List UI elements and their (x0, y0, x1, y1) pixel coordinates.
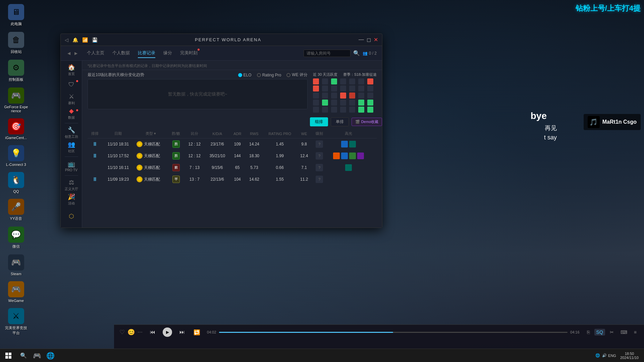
heatmap-cell-4-3 (340, 107, 346, 113)
desktop-icon-wechat[interactable]: 💬 微信 (3, 225, 30, 250)
desktop-icon-this-pc[interactable]: 🖥 此电脑 (3, 3, 30, 28)
title-left-icons: ◁ 🔔 📶 💾 (65, 37, 98, 43)
sidebar-item-justice[interactable]: ⚖ 正义大厅 (62, 178, 81, 192)
sidebar-item-match[interactable]: ⚔ 赛利 (62, 93, 81, 106)
sidebar-item-protv[interactable]: 📺 PRO TV (62, 160, 81, 173)
radio-elo[interactable]: ELO (238, 73, 252, 77)
nav-back[interactable]: ◀ (66, 50, 72, 56)
heatmap-cell-2-3 (340, 93, 346, 99)
media-loop-btn[interactable]: 🔁 (192, 327, 202, 337)
back-icon[interactable]: ◁ (65, 37, 68, 43)
media-emoji-icon[interactable]: 😊 (127, 328, 135, 336)
tiktok-badge: 🎵 MaRt1n Csgo (584, 114, 641, 133)
activity-title: 近 30 天活跃度 (313, 72, 337, 77)
save-icon[interactable]: 💾 (92, 37, 98, 43)
media-like-icon[interactable]: ♡ (119, 328, 125, 336)
activity-heatmap: 近 30 天活跃度 赛季：S18-加塞征途 (313, 72, 377, 113)
cell-highlight-2 (327, 150, 371, 162)
media-next-btn[interactable]: ⏭ (177, 327, 187, 337)
tab-records[interactable]: 比赛记录 (138, 49, 155, 58)
network-icon[interactable]: 🌐 (595, 353, 600, 358)
cell-level-2: ? (312, 150, 327, 162)
room-search-input[interactable] (304, 50, 351, 57)
taskbar-browser[interactable]: 🌐 (44, 349, 57, 362)
desktop-icon-recycle-bin[interactable]: 🗑 回收站 (3, 31, 30, 56)
sidebar-item-workshop[interactable]: 🔧 创意工坊 (62, 126, 81, 139)
heatmap-cell-0-2 (331, 78, 337, 84)
desktop-icon-yy[interactable]: 🎤 YY语音 (3, 197, 30, 223)
sidebar-item-shield[interactable]: 🛡 (62, 78, 81, 92)
notification-icon[interactable]: 🔔 (72, 37, 78, 43)
tab-rank[interactable]: 缘分 (163, 49, 172, 58)
cell-adr-2: 144 (230, 150, 245, 162)
radio-rating-pro[interactable]: Rating Pro (257, 73, 281, 77)
desktop-icon-qq[interactable]: 🐧 QQ (3, 171, 30, 195)
media-copy-icon[interactable]: ⎘ (585, 329, 592, 336)
media-left-icons: ♡ 😊 ··· (119, 328, 143, 336)
sidebar-item-home[interactable]: 🏠 首页 (62, 63, 81, 77)
media-keyboard-icon[interactable]: ⌨ (619, 329, 629, 336)
cell-adr-4: 104 (230, 174, 245, 185)
cell-rank-2: ⏸ (88, 150, 103, 162)
taskbar-lang[interactable]: ENG (608, 354, 616, 358)
tab-moment[interactable]: 完美时刻 (180, 49, 198, 58)
media-play-btn[interactable]: ▶ (163, 327, 172, 337)
nav-forward[interactable]: ▶ (73, 50, 79, 56)
desktop-icon-control-panel[interactable]: ⚙ 控制面板 (3, 58, 30, 83)
season-label[interactable]: 赛季：S18-加塞征途 (343, 72, 377, 77)
radio-we[interactable]: WE 评分 (286, 72, 308, 78)
desktop-icon-wegame[interactable]: 🎮 WeGame (3, 280, 30, 304)
col-actions (370, 129, 377, 138)
taskbar-search[interactable]: 🔍 (17, 349, 30, 362)
tab-profile[interactable]: 个人主页 (87, 49, 104, 58)
desktop-icon-wanmei[interactable]: ⚔ 完美世界竞技平台 (3, 307, 30, 337)
desktop-icon-geforce[interactable]: 🎮 GeForce Experience (3, 86, 30, 114)
cell-level-1: ? (312, 138, 327, 150)
heatmap-cell-4-6 (367, 107, 373, 113)
sidebar-item-activity[interactable]: 🎉 活动 (62, 193, 81, 206)
single-view-btn[interactable]: 单排 (331, 117, 349, 126)
close-btn[interactable]: ✕ (374, 37, 378, 43)
media-list-icon[interactable]: ≡ (632, 329, 639, 336)
heatmap-cell-4-1 (322, 107, 328, 113)
media-chat-icon[interactable]: ··· (138, 328, 143, 336)
desktop-icon-steam[interactable]: 🎮 Steam (3, 253, 30, 277)
player-icon-orange-2 (333, 153, 340, 159)
heatmap-cell-2-6 (367, 93, 373, 99)
minimize-btn[interactable]: — (359, 37, 364, 43)
desktop-icon-igame[interactable]: 🎯 iGameCent... (3, 117, 30, 141)
demo-btn[interactable]: 🎬 Demo收藏 (352, 118, 382, 126)
cell-rating-3: 0.66 (263, 162, 296, 174)
workshop-icon: 🔧 (68, 126, 75, 134)
taskbar-time: 18:50 (625, 352, 634, 356)
sidebar-item-social[interactable]: 👥 社区 (62, 140, 81, 154)
radio-rating-pro-label: Rating Pro (262, 73, 281, 77)
resize-btn[interactable]: ◻ (367, 37, 371, 43)
heatmap-cell-0-5 (358, 78, 364, 84)
media-prev-btn[interactable]: ⏮ (148, 327, 157, 337)
tab-stats[interactable]: 个人数据 (112, 49, 130, 58)
search-icon[interactable]: 🔍 (353, 50, 360, 56)
player-icon-teal-3 (345, 164, 352, 171)
start-button[interactable] (0, 349, 17, 362)
group-view-btn[interactable]: 组排 (310, 117, 328, 126)
sidebar-divider-1 (65, 123, 78, 123)
taskbar-steam[interactable]: 🎮 (30, 349, 44, 362)
taskbar-clock[interactable]: 18:50 2024/11/10 (618, 352, 641, 360)
sidebar-item-data[interactable]: ◆ 数据 (62, 107, 81, 121)
cell-rank-3 (88, 162, 103, 174)
radio-we-circle (286, 73, 290, 77)
progress-bar[interactable] (219, 332, 568, 333)
no-data-text: 暂无数据，快去完成定级赛吧~ (168, 91, 227, 97)
media-cut-icon[interactable]: ✂ (608, 329, 616, 336)
cell-type-3: 天梯匹配 (134, 162, 168, 174)
heatmap-cell-0-3 (340, 78, 346, 84)
sidebar-social-label: 社区 (68, 149, 75, 154)
cell-result-4: 平 (168, 174, 184, 185)
desktop-icon-lconnect[interactable]: 💡 L-Connect 3 (3, 144, 30, 168)
heatmap-cell-1-3 (340, 85, 346, 92)
sidebar-item-bottom[interactable]: ⬡ (62, 207, 81, 225)
volume-icon[interactable]: 🔊 (602, 353, 607, 358)
signal-icon[interactable]: 📶 (82, 37, 88, 43)
media-subtitle-btn[interactable]: SQ (594, 329, 605, 336)
